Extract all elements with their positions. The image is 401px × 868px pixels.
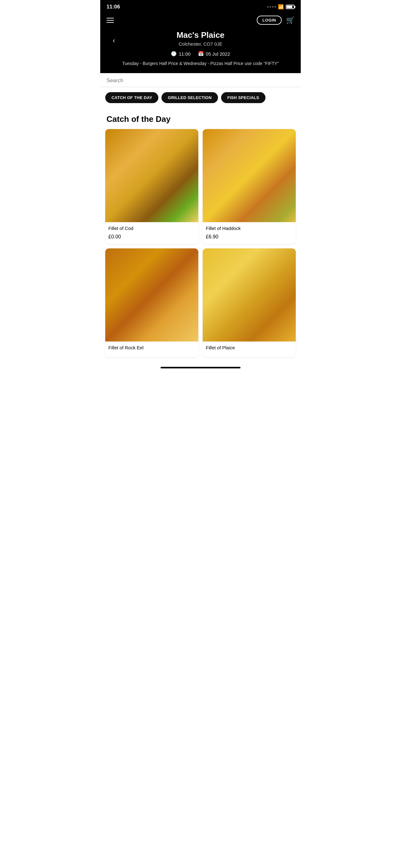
restaurant-title-row: ‹ Mac's Plaice Colchester, CO7 0JE — [106, 30, 295, 51]
menu-card-fillet-rock-eel[interactable]: Fillet of Rock Eel — [105, 248, 198, 358]
menu-card-price-fillet-haddock: £6.90 — [206, 234, 293, 240]
menu-grid: Fillet of Cod £0.00 Fillet of Haddock £6… — [100, 129, 301, 364]
home-indicator — [161, 367, 241, 368]
date-value: 05 Jul 2022 — [206, 51, 230, 57]
time-value: 11:00 — [179, 51, 191, 57]
restaurant-name: Mac's Plaice — [176, 30, 225, 40]
promo-text: Tuesday - Burgers Half Price & Wednesday… — [106, 60, 295, 67]
date-meta: 📅 05 Jul 2022 — [198, 51, 230, 57]
calendar-icon: 📅 — [198, 51, 204, 57]
menu-card-name-fillet-rock-eel: Fillet of Rock Eel — [108, 345, 195, 351]
time-display: 11:06 — [106, 4, 120, 10]
menu-card-body-fillet-cod: Fillet of Cod £0.00 — [105, 222, 198, 244]
back-button[interactable]: ‹ — [113, 37, 115, 44]
menu-card-img-fillet-haddock — [203, 129, 296, 222]
menu-card-body-fillet-haddock: Fillet of Haddock £6.90 — [203, 222, 296, 244]
menu-card-name-fillet-plaice: Fillet of Plaice — [206, 345, 293, 351]
category-row: CATCH OF THE DAY GRILLED SELECTION FISH … — [100, 87, 301, 108]
cart-icon[interactable]: 🛒 — [286, 16, 295, 24]
restaurant-meta: 🕛 11:00 📅 05 Jul 2022 — [106, 51, 295, 57]
menu-card-fillet-haddock[interactable]: Fillet of Haddock £6.90 — [203, 129, 296, 244]
top-nav: LOGIN 🛒 — [100, 12, 301, 29]
search-container — [100, 73, 301, 87]
nav-actions: LOGIN 🛒 — [257, 16, 295, 25]
hamburger-menu[interactable] — [106, 18, 114, 23]
menu-card-name-fillet-cod: Fillet of Cod — [108, 225, 195, 231]
menu-card-fillet-cod[interactable]: Fillet of Cod £0.00 — [105, 129, 198, 244]
battery-icon — [286, 5, 295, 9]
search-input[interactable] — [106, 78, 295, 87]
section-title: Catch of the Day — [100, 108, 301, 129]
menu-card-img-fillet-plaice — [203, 248, 296, 342]
restaurant-header: ‹ Mac's Plaice Colchester, CO7 0JE 🕛 11:… — [100, 29, 301, 73]
status-bar: 11:06 📶 — [100, 0, 301, 12]
menu-card-img-fillet-cod — [105, 129, 198, 222]
menu-card-body-fillet-rock-eel: Fillet of Rock Eel — [105, 342, 198, 358]
login-button[interactable]: LOGIN — [257, 16, 282, 25]
status-icons: 📶 — [267, 4, 295, 10]
menu-card-body-fillet-plaice: Fillet of Plaice — [203, 342, 296, 358]
restaurant-address: Colchester, CO7 0JE — [176, 41, 225, 46]
time-meta: 🕛 11:00 — [171, 51, 191, 57]
signal-icon — [267, 6, 276, 7]
menu-card-img-fillet-rock-eel — [105, 248, 198, 342]
clock-icon: 🕛 — [171, 51, 177, 57]
menu-card-name-fillet-haddock: Fillet of Haddock — [206, 225, 293, 231]
category-catch-of-the-day[interactable]: CATCH OF THE DAY — [105, 92, 158, 103]
wifi-icon: 📶 — [278, 4, 284, 10]
category-grilled-selection[interactable]: GRILLED SELECTION — [162, 92, 218, 103]
menu-card-fillet-plaice[interactable]: Fillet of Plaice — [203, 248, 296, 358]
menu-card-price-fillet-cod: £0.00 — [108, 234, 195, 240]
category-fish-specials[interactable]: FISH SPECIALS — [221, 92, 265, 103]
